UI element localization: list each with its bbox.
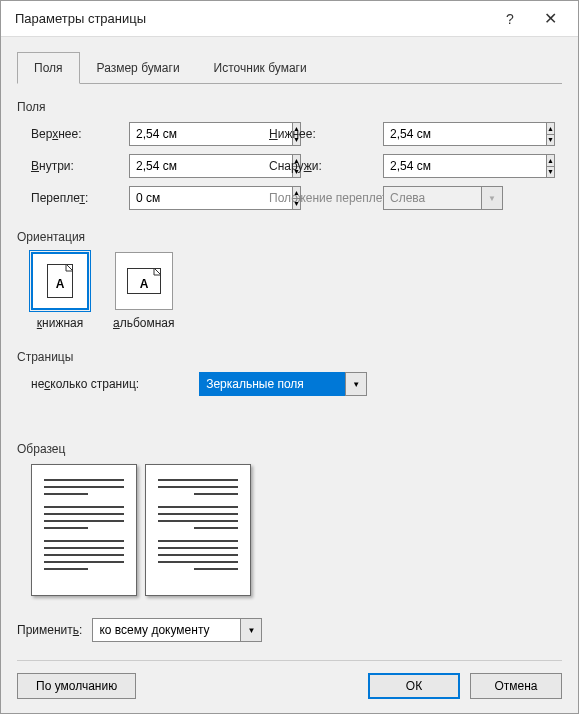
dialog-body: Поля Размер бумаги Источник бумаги Поля … [1,37,578,713]
gutter-input[interactable]: ▲▼ [129,186,249,210]
spin-down-icon[interactable]: ▼ [546,166,555,179]
default-button[interactable]: По умолчанию [17,673,136,699]
cancel-button[interactable]: Отмена [470,673,562,699]
preview-page-left [31,464,137,596]
preview-group-label: Образец [17,442,562,456]
gutter-position-select: Слева▼ [383,186,503,210]
tab-margins[interactable]: Поля [17,52,80,84]
page-setup-dialog: Параметры страницы ? ✕ Поля Размер бумаг… [0,0,579,714]
orientation-row: A книжная A альбомная [31,252,562,330]
tab-paper-size[interactable]: Размер бумаги [80,52,197,84]
svg-text:A: A [139,277,148,291]
help-button[interactable]: ? [490,1,530,37]
outside-margin-input[interactable]: ▲▼ [383,154,503,178]
orientation-portrait[interactable]: A книжная [31,252,89,330]
chevron-down-icon[interactable]: ▼ [240,618,262,642]
spin-down-icon[interactable]: ▼ [546,134,555,147]
spin-up-icon[interactable]: ▲ [546,122,555,134]
orientation-landscape[interactable]: A альбомная [113,252,175,330]
bottom-margin-label: Нижнее: [269,127,363,141]
svg-text:A: A [56,277,65,291]
gutter-position-label: Положение переплета: [269,191,363,205]
margins-grid: Верхнее: ▲▼ Нижнее: ▲▼ Внутри: ▲▼ Снаруж… [31,122,562,210]
gutter-label: Переплет: [31,191,109,205]
tab-paper-source[interactable]: Источник бумаги [197,52,324,84]
margins-group-label: Поля [17,100,562,114]
chevron-down-icon: ▼ [481,186,503,210]
multiple-pages-label: несколько страниц: [31,377,139,391]
apply-to-label: Применить: [17,623,82,637]
pages-row: несколько страниц: Зеркальные поля▼ [31,372,562,396]
pages-group-label: Страницы [17,350,562,364]
orientation-group-label: Ориентация [17,230,562,244]
ok-button[interactable]: ОК [368,673,460,699]
bottom-margin-input[interactable]: ▲▼ [383,122,503,146]
close-button[interactable]: ✕ [530,1,570,37]
spin-up-icon[interactable]: ▲ [546,154,555,166]
tabs: Поля Размер бумаги Источник бумаги [17,51,562,84]
apply-row: Применить: ко всему документу▼ [17,618,562,642]
inside-margin-input[interactable]: ▲▼ [129,154,249,178]
landscape-icon: A [115,252,173,310]
window-title: Параметры страницы [15,11,490,26]
portrait-icon: A [31,252,89,310]
apply-to-select[interactable]: ко всему документу▼ [92,618,262,642]
portrait-label: книжная [37,316,83,330]
landscape-label: альбомная [113,316,175,330]
preview-page-right [145,464,251,596]
titlebar: Параметры страницы ? ✕ [1,1,578,37]
footer: По умолчанию ОК Отмена [17,660,562,699]
chevron-down-icon[interactable]: ▼ [345,372,367,396]
preview-row [31,464,562,596]
outside-margin-label: Снаружи: [269,159,363,173]
multiple-pages-select[interactable]: Зеркальные поля▼ [199,372,367,396]
top-margin-input[interactable]: ▲▼ [129,122,249,146]
top-margin-label: Верхнее: [31,127,109,141]
inside-margin-label: Внутри: [31,159,109,173]
